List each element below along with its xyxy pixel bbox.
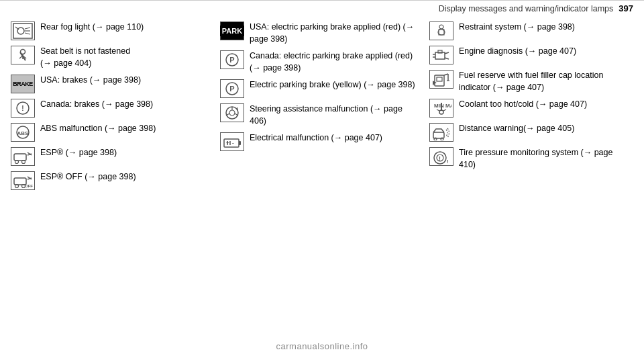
svg-text:▶: ▶: [433, 80, 437, 85]
park-text: USA: electric parking brake applied (red…: [250, 21, 419, 45]
list-item: ! Canada: brakes (→ page 398): [11, 99, 209, 118]
list-item: ▶ Fuel reserve with fuel filler cap loca…: [429, 70, 628, 93]
brake-icon: BRAKE: [11, 75, 35, 93]
electrical-icon: + -: [220, 132, 244, 151]
list-item: MIN MAX Coolant too hot/cold (→ page 407…: [429, 99, 628, 118]
engine-icon: [429, 46, 453, 64]
canada-brake-icon: !: [11, 99, 35, 118]
column-2: PARK USA: electric parking brake applied…: [215, 21, 424, 195]
list-item: + - Electrical malfunction (→ page 407): [220, 132, 419, 151]
svg-point-1: [17, 28, 24, 34]
restraint-text: Restraint system (→ page 398): [459, 21, 575, 34]
list-item: Distance warning(→ page 405): [429, 123, 628, 142]
abs-icon: ABS: [11, 123, 35, 142]
list-item: ESP® (→ page 398): [11, 147, 209, 166]
list-item: Rear fog light (→ page 110): [11, 21, 209, 40]
canada-brake-text: Canada: brakes (→ page 398): [40, 99, 153, 111]
svg-text:!: !: [21, 105, 23, 112]
seatbelt-icon: [11, 46, 35, 64]
steering-text: Steering assistance malfunction (→ page …: [250, 103, 419, 127]
svg-text:!: !: [447, 159, 449, 165]
svg-text:OFF: OFF: [25, 184, 33, 188]
brake-usa-text: USA: brakes (→ page 398): [40, 75, 141, 87]
svg-text:!: !: [237, 106, 239, 112]
header-bar: Display messages and warning/indicator l…: [0, 0, 644, 16]
svg-text:-: -: [232, 140, 234, 146]
svg-rect-45: [438, 50, 442, 53]
svg-text:ABS: ABS: [17, 130, 30, 136]
svg-text:MAX: MAX: [445, 103, 451, 109]
engine-text: Engine diagnosis (→ page 407): [459, 46, 576, 58]
coolant-icon: MIN MAX: [429, 99, 453, 118]
svg-line-4: [25, 33, 30, 34]
canada-epb-text: Canada: electric parking brake applied (…: [250, 50, 419, 74]
park-icon: PARK: [220, 21, 244, 40]
list-item: ! ! Tire pressure monitoring system (→ p…: [429, 147, 628, 171]
abs-text: ABS malfunction (→ page 398): [40, 123, 156, 135]
watermark: carmanualsonline.info: [276, 341, 368, 351]
svg-line-52: [444, 74, 448, 75]
fuel-text: Fuel reserve with fuel filler cap locati…: [459, 70, 628, 93]
svg-text:!: !: [439, 155, 441, 162]
canada-epb-icon: P: [220, 50, 244, 69]
svg-line-58: [437, 109, 439, 111]
svg-text:+: +: [226, 140, 229, 146]
list-item: PARK USA: electric parking brake applied…: [220, 21, 419, 45]
list-item: Seat belt is not fastened(→ page 404): [11, 46, 209, 69]
svg-line-2: [25, 28, 30, 29]
esp-text: ESP® (→ page 398): [40, 147, 117, 159]
list-item: OFF ESP® OFF (→ page 398): [11, 171, 209, 190]
esp-off-icon: OFF: [11, 171, 35, 190]
tire-text: Tire pressure monitoring system (→ page …: [459, 147, 628, 171]
list-item: P Canada: electric parking brake applied…: [220, 50, 419, 74]
esp-icon: [11, 147, 35, 166]
svg-line-48: [445, 52, 449, 54]
svg-point-31: [229, 110, 235, 116]
fuel-icon: ▶: [429, 70, 453, 89]
svg-text:P: P: [229, 85, 234, 93]
fog-light-icon: [11, 21, 35, 40]
seatbelt-text: Seat belt is not fastened(→ page 404): [40, 46, 130, 69]
epb-yellow-icon: P: [220, 79, 244, 98]
svg-text:MIN: MIN: [434, 103, 444, 109]
list-item: BRAKE USA: brakes (→ page 398): [11, 75, 209, 93]
svg-text:P: P: [229, 56, 234, 64]
esp-off-text: ESP® OFF (→ page 398): [40, 171, 136, 183]
svg-rect-15: [14, 154, 26, 161]
epb-yellow-text: Electric parking brake (yellow) (→ page …: [250, 79, 415, 91]
coolant-text: Coolant too hot/cold (→ page 407): [459, 99, 587, 111]
distance-text: Distance warning(→ page 405): [459, 123, 574, 135]
svg-rect-51: [437, 77, 442, 81]
list-item: Restraint system (→ page 398): [429, 21, 628, 40]
svg-rect-37: [239, 141, 241, 145]
svg-point-42: [439, 25, 443, 29]
fog-light-text: Rear fog light (→ page 110): [40, 21, 144, 34]
tire-icon: ! !: [429, 147, 453, 166]
list-item: P Electric parking brake (yellow) (→ pag…: [220, 79, 419, 98]
electrical-text: Electrical malfunction (→ page 407): [250, 132, 382, 144]
restraint-icon: [429, 21, 453, 40]
list-item: ABS ABS malfunction (→ page 398): [11, 123, 209, 142]
main-content: Rear fog light (→ page 110) Seat belt is…: [0, 21, 644, 195]
svg-line-59: [443, 109, 446, 111]
steering-icon: !: [220, 103, 244, 122]
page-number: 397: [619, 3, 633, 13]
svg-line-49: [445, 58, 449, 59]
header-title: Display messages and warning/indicator l…: [439, 4, 614, 13]
list-item: ! Steering assistance malfunction (→ pag…: [220, 103, 419, 127]
column-1: Rear fog light (→ page 110) Seat belt is…: [11, 21, 215, 195]
list-item: Engine diagnosis (→ page 407): [429, 46, 628, 64]
distance-icon: [429, 123, 453, 142]
column-3: Restraint system (→ page 398) Engine dia…: [424, 21, 633, 195]
